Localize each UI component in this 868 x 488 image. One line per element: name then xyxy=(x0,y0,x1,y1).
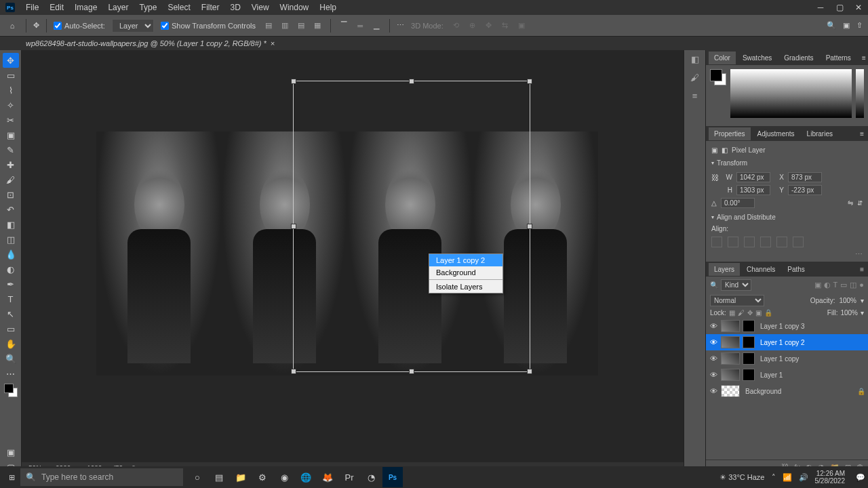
quick-mask-icon[interactable]: ▣ xyxy=(3,445,19,460)
align-top-edges-icon[interactable] xyxy=(760,237,771,247)
layer-mask-thumbnail[interactable] xyxy=(743,320,755,332)
layer-row[interactable]: 👁Layer 1 xyxy=(706,367,868,383)
tab-paths[interactable]: Paths xyxy=(782,263,810,276)
type-tool[interactable]: T xyxy=(3,291,19,306)
hand-tool[interactable]: ✋ xyxy=(3,336,19,351)
align-center-h-icon[interactable]: ▥ xyxy=(279,20,291,32)
context-item-background[interactable]: Background xyxy=(429,266,502,279)
tab-adjustments[interactable]: Adjustments xyxy=(752,127,800,140)
collapsed-panel-icon[interactable]: ◧ xyxy=(691,54,699,64)
weather-widget[interactable]: ☀ 33°C Haze xyxy=(719,473,764,482)
visibility-icon[interactable]: 👁 xyxy=(709,338,718,346)
tab-properties[interactable]: Properties xyxy=(709,127,751,140)
minimize-icon[interactable]: ─ xyxy=(811,0,830,15)
move-tool[interactable]: ✥ xyxy=(3,53,19,68)
filter-toggle-icon[interactable]: ● xyxy=(859,281,864,289)
opacity-dropdown-icon[interactable]: ▾ xyxy=(861,297,864,304)
path-select-tool[interactable]: ↖ xyxy=(3,306,19,321)
pen-tool[interactable]: ✒ xyxy=(3,277,19,291)
visibility-icon[interactable]: 👁 xyxy=(709,322,718,330)
layer-name[interactable]: Layer 1 xyxy=(760,371,783,379)
layer-thumbnail[interactable] xyxy=(721,352,740,365)
home-icon[interactable]: ⌂ xyxy=(5,19,19,33)
menu-view[interactable]: View xyxy=(246,1,275,14)
filter-shape-icon[interactable]: ▭ xyxy=(840,281,847,289)
panel-menu-icon[interactable]: ≡ xyxy=(856,130,868,138)
start-button[interactable]: ⊞ xyxy=(3,468,20,486)
blend-mode-select[interactable]: Normal xyxy=(710,295,764,306)
tab-close-icon[interactable]: × xyxy=(271,39,275,47)
flip-h-icon[interactable]: ⇋ xyxy=(848,199,853,207)
align-h-centers-icon[interactable] xyxy=(728,237,738,247)
width-input[interactable] xyxy=(736,172,770,182)
volume-icon[interactable]: 🔊 xyxy=(799,473,808,482)
align-right-edges-icon[interactable] xyxy=(744,237,755,247)
gradient-tool[interactable]: ◫ xyxy=(3,232,19,247)
menu-file[interactable]: File xyxy=(20,1,44,14)
color-picker[interactable] xyxy=(730,69,852,118)
fill-value[interactable]: 100% xyxy=(840,309,858,317)
share-icon[interactable]: ⇧ xyxy=(856,21,863,30)
height-input[interactable] xyxy=(736,185,770,195)
layer-name[interactable]: Background xyxy=(745,388,781,395)
filter-search-icon[interactable]: 🔍 xyxy=(710,281,718,289)
clock[interactable]: 12:26 AM 5/28/2022 xyxy=(815,470,850,485)
align-right-icon[interactable]: ▤ xyxy=(295,20,307,32)
layer-mask-thumbnail[interactable] xyxy=(743,336,755,348)
fill-dropdown-icon[interactable]: ▾ xyxy=(861,309,864,317)
layer-row[interactable]: 👁Layer 1 copy 3 xyxy=(706,318,868,334)
filter-kind-select[interactable]: Kind xyxy=(721,279,751,291)
shape-tool[interactable]: ▭ xyxy=(3,321,19,336)
menu-edit[interactable]: Edit xyxy=(44,1,69,14)
workspace-icon[interactable]: ▣ xyxy=(843,21,850,30)
layer-row[interactable]: 👁Background🔒 xyxy=(706,383,868,399)
lasso-tool[interactable]: ⌇ xyxy=(3,83,19,98)
link-wh-icon[interactable]: ⛓ xyxy=(711,174,719,182)
marquee-tool[interactable]: ▭ xyxy=(3,68,19,83)
layer-row[interactable]: 👁Layer 1 copy 2 xyxy=(706,334,868,350)
menu-help[interactable]: Help xyxy=(314,1,342,14)
layer-thumbnail[interactable] xyxy=(721,336,740,348)
menu-select[interactable]: Select xyxy=(162,1,195,14)
tab-color[interactable]: Color xyxy=(709,52,736,64)
edge-icon[interactable]: 🌐 xyxy=(296,467,316,487)
layer-name[interactable]: Layer 1 copy 3 xyxy=(760,323,805,330)
obs-icon[interactable]: ◔ xyxy=(361,467,381,487)
layer-name[interactable]: Layer 1 copy xyxy=(760,355,799,363)
document-tab[interactable]: wp8628498-art-studio-wallpapers.jpg @ 50… xyxy=(26,39,275,47)
filter-adjust-icon[interactable]: ◐ xyxy=(824,281,831,289)
layer-thumbnail[interactable] xyxy=(721,369,740,381)
align-middle-icon[interactable]: ═ xyxy=(354,20,366,32)
cortana-icon[interactable]: ○ xyxy=(187,467,208,487)
filter-smart-icon[interactable]: ◫ xyxy=(850,281,856,289)
adjustments-icon[interactable]: ≡ xyxy=(692,91,698,101)
edit-toolbar-icon[interactable]: ⋯ xyxy=(3,366,19,381)
filter-pixel-icon[interactable]: ▣ xyxy=(814,281,821,289)
opacity-value[interactable]: 100% xyxy=(839,297,856,304)
magic-wand-tool[interactable]: ✧ xyxy=(3,98,19,113)
task-view-icon[interactable]: ▤ xyxy=(209,467,229,487)
visibility-icon[interactable]: 👁 xyxy=(709,371,718,379)
layer-thumbnail[interactable] xyxy=(721,385,740,397)
tab-gradients[interactable]: Gradients xyxy=(778,52,818,64)
auto-select-checkbox[interactable]: Auto-Select: xyxy=(54,22,105,30)
stamp-tool[interactable]: ⊡ xyxy=(3,187,19,202)
tab-libraries[interactable]: Libraries xyxy=(802,127,838,140)
align-distribute-icon[interactable]: ▦ xyxy=(311,20,323,32)
canvas[interactable] xyxy=(96,131,598,375)
tab-layers[interactable]: Layers xyxy=(709,263,740,276)
panel-menu-icon[interactable]: ≡ xyxy=(856,266,868,273)
menu-image[interactable]: Image xyxy=(69,1,102,14)
crop-tool[interactable]: ✂ xyxy=(3,113,19,127)
x-input[interactable] xyxy=(788,172,822,182)
color-swatch[interactable] xyxy=(4,384,18,397)
menu-type[interactable]: Type xyxy=(134,1,162,14)
eyedropper-tool[interactable]: ✎ xyxy=(3,142,19,157)
photoshop-icon[interactable]: Ps xyxy=(382,467,403,487)
tab-patterns[interactable]: Patterns xyxy=(821,52,856,64)
show-transform-checkbox[interactable]: Show Transform Controls xyxy=(161,22,256,30)
healing-tool[interactable]: ✚ xyxy=(3,157,19,172)
tray-chevron-icon[interactable]: ˄ xyxy=(772,473,776,482)
align-bottom-icon[interactable]: ▁ xyxy=(370,20,382,32)
maximize-icon[interactable]: ▢ xyxy=(830,0,849,15)
